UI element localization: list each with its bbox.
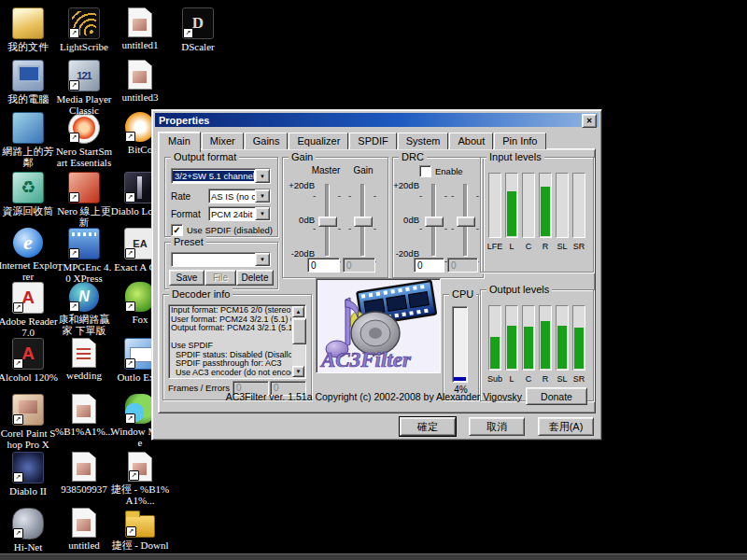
desktop-icon-imgdoc[interactable]: untitled1 [110,7,170,50]
desktop-icon-dscaler[interactable]: ↗DScaler [168,7,228,52]
apply-button[interactable]: 套用(A) [538,417,594,436]
master-slider[interactable] [320,184,333,257]
scroll-up-button[interactable]: ▲ [292,306,304,317]
imgdoc-icon [128,60,152,90]
desktop-icon-label: Diablo II [0,485,58,497]
level-column: C [521,173,536,251]
shortcut-arrow-icon: ↗ [125,413,135,424]
shortcut-arrow-icon: ↗ [69,80,79,91]
desktop-icon-recycle[interactable]: 資源回收筒 [0,172,58,217]
slider-thumb[interactable] [425,217,444,227]
desktop-icon-alcohol[interactable]: ↗Alcohol 120% [0,338,58,383]
scroll-thumb[interactable] [292,318,306,344]
decoder-scrollbar[interactable]: ▲ ▼ [292,306,304,377]
slider-thumb[interactable] [354,217,373,227]
level-bar-r [539,305,552,371]
desktop-icon-folder[interactable]: ↗捷徑 - Download [110,508,170,560]
close-button[interactable]: ✕ [582,114,597,128]
desktop-icon-mpc[interactable]: ↗Media Player Classic [54,60,114,116]
dialog-titlebar[interactable]: Properties ✕ [155,113,599,127]
level-column: C [521,305,536,384]
desktop-icon-label: Corel Paint Shop Pro X [0,427,58,450]
desktop-icon-imgdoc[interactable]: ↗捷徑 - %B1%A1%... [110,452,170,506]
tab-about[interactable]: About [449,133,493,149]
tab-equalizer[interactable]: Equalizer [289,133,348,149]
slider-thumb[interactable] [318,217,337,227]
recycle-icon [12,172,44,203]
level-label: SR [573,374,585,384]
desktop-icon-imgdoc[interactable]: %B1%A1%... [54,394,114,437]
tab-main[interactable]: Main [158,132,201,152]
master-value-input[interactable] [307,258,340,273]
cancel-button[interactable]: 取消 [469,417,525,436]
format-combo[interactable]: PCM 24bit ▼ [208,206,271,221]
tab-pin-info[interactable]: Pin Info [494,133,545,149]
desktop-icon-nero2[interactable]: ↗Nero 線上更新 [54,172,114,228]
input-levels-bars: LFELCRSLSR [487,173,586,251]
preset-combo[interactable]: ▼ [171,252,271,267]
drc-value-input-2 [447,258,478,273]
rate-combo-value: AS IS (no ch [209,191,255,202]
desktop-icon-adobe[interactable]: ↗Adobe Reader 7.0 [0,282,58,338]
level-fill [541,187,550,236]
tab-mixer[interactable]: Mixer [202,133,244,149]
lightscribe-icon: ↗ [68,7,100,39]
desktop: ↗捷徑 - Downloaduntitled↗Hi-Net↗捷徑 - %B1%A… [0,0,747,560]
drc-slider-1[interactable] [427,184,440,257]
desktop-icon-kanghe[interactable]: ↗康和網路贏家 下單版 [54,282,114,336]
desktop-icon-imgdoc[interactable]: 938509937 [54,452,114,495]
desktop-icon-diablo[interactable]: ↗Diablo II [0,452,58,497]
dropdown-arrow-icon[interactable]: ▼ [255,253,270,266]
dropdown-arrow-icon[interactable]: ▼ [255,169,270,183]
tab-system[interactable]: System [398,133,449,149]
scroll-down-button[interactable]: ▼ [292,366,304,377]
doc-icon [72,338,96,368]
drc-enable-row: ✓ Enable [419,165,463,177]
donate-button[interactable]: Donate [526,387,587,405]
drc-slider-2[interactable] [458,184,472,257]
level-label: Sub [487,374,502,384]
level-column: L [504,173,519,251]
desktop-icon-imgdoc[interactable]: untitled [54,508,114,551]
channels-combo[interactable]: 3/2+SW 5.1 channels ▼ [171,168,271,184]
drc-value-input-1[interactable] [414,258,444,273]
desktop-icon-lightscribe[interactable]: ↗LightScribe [54,7,114,52]
network-icon [12,112,44,144]
diablo-icon: ↗ [12,452,44,483]
level-column: SR [571,305,586,384]
level-column: R [538,173,553,251]
imgdoc-icon [72,508,96,538]
slider-thumb[interactable] [457,217,475,227]
channels-combo-value: 3/2+SW 5.1 channels [173,171,254,181]
desktop-icon-tmpg[interactable]: ↗TMPGEnc 4.0 XPress [54,228,114,284]
level-column: L [504,305,519,384]
tab-gains[interactable]: Gains [245,133,289,149]
tab-spdif[interactable]: SPDIF [349,133,396,149]
desktop-icon-ie[interactable]: Internet Explorer [0,228,58,282]
gain-slider[interactable] [356,184,369,257]
ok-button[interactable]: 確定 [400,417,456,436]
dropdown-arrow-icon[interactable]: ▼ [255,207,270,220]
save-button[interactable]: Save [169,270,204,286]
properties-dialog: Properties ✕ MainMixerGainsEqualizerSPDI… [151,109,602,441]
desktop-icon-nero[interactable]: ↗Nero StartSmart Essentials [54,112,114,168]
desktop-icon-doc[interactable]: wedding [54,338,114,381]
use-spdif-checkbox[interactable]: ✓ [171,224,183,236]
drc-enable-checkbox[interactable]: ✓ [419,165,431,177]
desktop-icon-imgdoc[interactable]: untitled3 [110,60,170,103]
desktop-icon-docs[interactable]: 我的文件 [0,7,58,52]
desktop-icon-computer[interactable]: 我的電腦 [0,60,58,105]
rate-combo[interactable]: AS IS (no ch ▼ [208,189,271,203]
delete-button[interactable]: Delete [236,270,274,286]
drc-scale: +20dB 0dB -20dB [393,180,419,259]
decoder-info-list[interactable]: Input format: PCM16 2/0 (stereo) 4User f… [168,304,306,379]
tab-page: Output format 3/2+SW 5.1 channels ▼ Rate… [158,148,596,413]
level-fill [541,321,550,369]
desktop-icon-label: untitled [54,539,114,551]
level-fill [490,337,500,369]
desktop-icon-photo[interactable]: ↗Corel Paint Shop Pro X [0,394,58,450]
dropdown-arrow-icon[interactable]: ▼ [255,189,270,203]
desktop-icon-hinet[interactable]: ↗Hi-Net [0,508,58,553]
level-fill [507,191,516,236]
desktop-icon-network[interactable]: 網路上的芳鄰 [0,112,58,168]
